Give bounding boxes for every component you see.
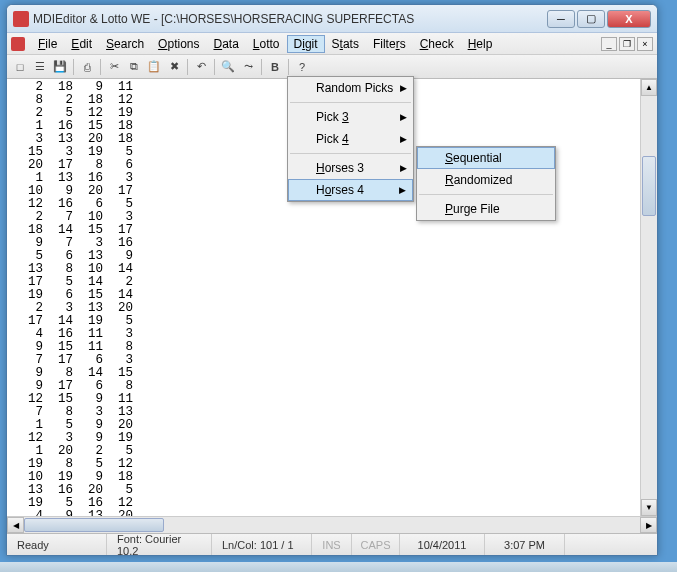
new-icon[interactable]: □ <box>11 58 29 76</box>
hscroll-track[interactable] <box>24 517 640 533</box>
status-ready: Ready <box>7 534 107 555</box>
minimize-button[interactable]: ─ <box>547 10 575 28</box>
horizontal-scrollbar[interactable]: ◀ ▶ <box>7 516 657 533</box>
menu-options[interactable]: Options <box>151 35 206 53</box>
print-icon[interactable]: ⎙ <box>78 58 96 76</box>
open-icon[interactable]: ☰ <box>31 58 49 76</box>
menu-help[interactable]: Help <box>461 35 500 53</box>
help-icon[interactable]: ? <box>293 58 311 76</box>
menu-file[interactable]: File <box>31 35 64 53</box>
submenu-arrow-icon: ▶ <box>400 163 407 173</box>
titlebar: MDIEditor & Lotto WE - [C:\HORSES\HORSER… <box>7 5 657 33</box>
maximize-button[interactable]: ▢ <box>577 10 605 28</box>
submenu-sequential[interactable]: Sequential <box>417 147 555 169</box>
status-caps: CAPS <box>352 534 400 555</box>
mdi-restore-button[interactable]: ❐ <box>619 37 635 51</box>
menu-random-picks[interactable]: Random Picks▶ <box>288 77 413 99</box>
mdi-close-button[interactable]: × <box>637 37 653 51</box>
find-icon[interactable]: 🔍 <box>219 58 237 76</box>
undo-icon[interactable]: ↶ <box>192 58 210 76</box>
save-icon[interactable]: 💾 <box>51 58 69 76</box>
menubar-app-icon <box>11 37 25 51</box>
menu-data[interactable]: Data <box>206 35 245 53</box>
app-icon <box>13 11 29 27</box>
menu-digit[interactable]: Digit <box>287 35 325 53</box>
status-date: 10/4/2011 <box>400 534 485 555</box>
menu-edit[interactable]: Edit <box>64 35 99 53</box>
status-ins: INS <box>312 534 352 555</box>
status-font: Font: Courier 10.2 <box>107 534 212 555</box>
hscroll-thumb[interactable] <box>24 518 164 532</box>
find-next-icon[interactable]: ⤳ <box>239 58 257 76</box>
menu-lotto[interactable]: Lotto <box>246 35 287 53</box>
delete-icon[interactable]: ✖ <box>165 58 183 76</box>
menu-horses3[interactable]: Horses 3▶ <box>288 157 413 179</box>
submenu-arrow-icon: ▶ <box>400 134 407 144</box>
paste-icon[interactable]: 📋 <box>145 58 163 76</box>
scroll-right-icon[interactable]: ▶ <box>640 517 657 533</box>
scroll-up-icon[interactable]: ▲ <box>641 79 657 96</box>
taskbar <box>0 562 677 572</box>
menu-pick3[interactable]: Pick 3▶ <box>288 106 413 128</box>
menu-horses4[interactable]: Horses 4▶ <box>288 179 413 201</box>
status-lncol: Ln/Col: 101 / 1 <box>212 534 312 555</box>
scroll-track[interactable] <box>641 96 657 499</box>
submenu-purge-file[interactable]: Purge File <box>417 198 555 220</box>
menu-stats[interactable]: Stats <box>325 35 366 53</box>
menu-filters[interactable]: Filters <box>366 35 413 53</box>
submenu-arrow-icon: ▶ <box>399 185 406 195</box>
scroll-down-icon[interactable]: ▼ <box>641 499 657 516</box>
scroll-left-icon[interactable]: ◀ <box>7 517 24 533</box>
vertical-scrollbar[interactable]: ▲ ▼ <box>640 79 657 516</box>
close-button[interactable]: X <box>607 10 651 28</box>
menu-search[interactable]: Search <box>99 35 151 53</box>
menu-pick4[interactable]: Pick 4▶ <box>288 128 413 150</box>
mdi-minimize-button[interactable]: _ <box>601 37 617 51</box>
digit-dropdown: Random Picks▶ Pick 3▶ Pick 4▶ Horses 3▶ … <box>287 76 414 202</box>
menu-check[interactable]: Check <box>413 35 461 53</box>
scroll-thumb[interactable] <box>642 156 656 216</box>
copy-icon[interactable]: ⧉ <box>125 58 143 76</box>
window-title: MDIEditor & Lotto WE - [C:\HORSES\HORSER… <box>33 12 547 26</box>
submenu-arrow-icon: ▶ <box>400 83 407 93</box>
horses4-submenu: Sequential Randomized Purge File <box>416 146 556 221</box>
statusbar: Ready Font: Courier 10.2 Ln/Col: 101 / 1… <box>7 533 657 555</box>
bold-icon[interactable]: B <box>266 58 284 76</box>
submenu-randomized[interactable]: Randomized <box>417 169 555 191</box>
submenu-arrow-icon: ▶ <box>400 112 407 122</box>
cut-icon[interactable]: ✂ <box>105 58 123 76</box>
status-time: 3:07 PM <box>485 534 565 555</box>
menubar: File Edit Search Options Data Lotto Digi… <box>7 33 657 55</box>
